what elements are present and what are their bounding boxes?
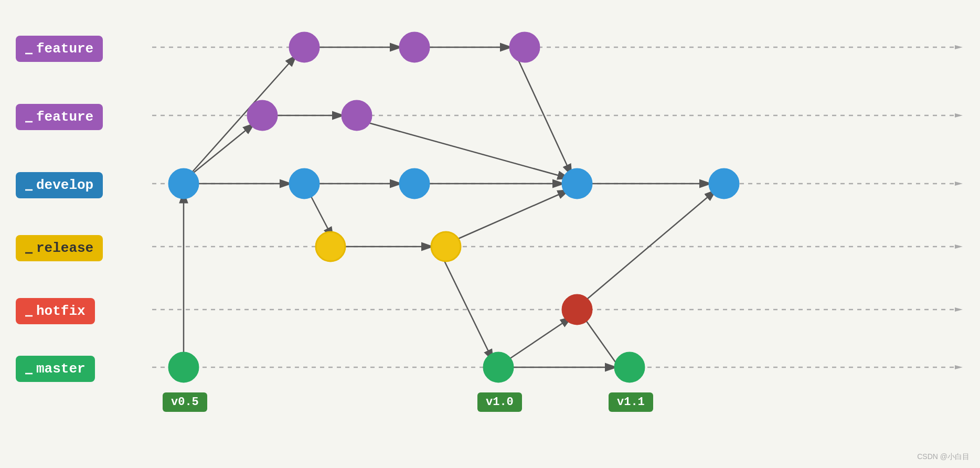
diagram-container: ⎯ feature ⎯ feature ⎯ develop ⎯ release … [0, 0, 980, 468]
branch-label-text-develop: develop [36, 177, 93, 193]
svg-marker-13 [955, 365, 963, 369]
svg-point-44 [342, 101, 371, 130]
svg-point-49 [615, 353, 644, 382]
branch-icon-feature1: ⎯ [25, 42, 32, 56]
svg-point-42 [510, 33, 539, 62]
branch-icon-feature2: ⎯ [25, 111, 32, 124]
svg-marker-5 [955, 113, 963, 118]
watermark: CSDN @小白目 [917, 452, 970, 462]
version-tag-v05: v0.5 [163, 392, 207, 412]
branch-icon-hotfix: ⎯ [25, 305, 32, 318]
svg-line-25 [365, 122, 569, 178]
svg-point-34 [169, 353, 198, 382]
branch-label-text-release: release [36, 240, 93, 256]
svg-point-37 [400, 169, 429, 198]
branch-label-release: ⎯ release [16, 235, 103, 261]
svg-point-46 [431, 232, 461, 261]
version-tag-v11: v1.1 [609, 392, 653, 412]
svg-point-41 [400, 33, 429, 62]
svg-line-22 [517, 57, 572, 176]
svg-point-47 [562, 295, 592, 324]
branch-icon-develop: ⎯ [25, 179, 32, 192]
svg-point-39 [709, 169, 739, 198]
branch-label-text-hotfix: hotfix [36, 303, 86, 319]
branch-label-text-master: master [36, 361, 86, 377]
svg-line-29 [452, 190, 569, 241]
svg-point-40 [290, 33, 319, 62]
branch-label-text-feature1: feature [36, 41, 93, 57]
branch-label-master: ⎯ master [16, 356, 95, 382]
branch-label-feature2: ⎯ feature [16, 104, 103, 130]
svg-line-28 [441, 253, 493, 361]
svg-line-32 [583, 190, 716, 302]
svg-marker-7 [955, 182, 963, 186]
svg-marker-9 [955, 244, 963, 249]
branch-label-text-feature2: feature [36, 109, 93, 125]
svg-point-45 [316, 232, 345, 261]
branch-label-hotfix: ⎯ hotfix [16, 298, 95, 324]
svg-marker-11 [955, 307, 963, 312]
branch-icon-release: ⎯ [25, 242, 32, 255]
svg-marker-3 [955, 45, 963, 49]
branch-label-feature1: ⎯ feature [16, 36, 103, 62]
svg-point-48 [484, 353, 513, 382]
svg-point-38 [562, 169, 592, 198]
svg-point-36 [290, 169, 319, 198]
svg-point-35 [169, 169, 198, 198]
svg-line-30 [506, 317, 572, 361]
svg-point-43 [248, 101, 277, 130]
branch-label-develop: ⎯ develop [16, 172, 103, 198]
branch-icon-master: ⎯ [25, 363, 32, 376]
version-tag-v10: v1.0 [477, 392, 522, 412]
svg-line-23 [188, 123, 254, 177]
